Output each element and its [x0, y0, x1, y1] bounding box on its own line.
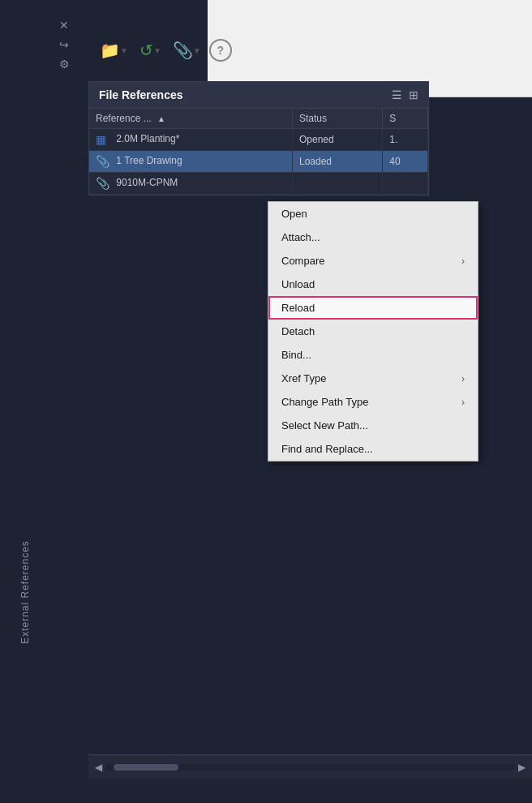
- row-3-status: [293, 173, 383, 195]
- row-3-size: [383, 173, 428, 195]
- refresh-button[interactable]: ↺ ▼: [136, 37, 165, 63]
- change-path-arrow: ›: [461, 397, 465, 408]
- ctx-find-replace[interactable]: Find and Replace...: [268, 437, 478, 461]
- panel-title: File References: [99, 88, 183, 101]
- col-header-reference[interactable]: Reference ... ▲: [89, 109, 293, 129]
- attach-icon: 📎: [173, 41, 193, 60]
- row-2-name: 📎 1 Tree Drawing: [89, 151, 293, 173]
- ctx-xref-type[interactable]: Xref Type ›: [268, 367, 478, 390]
- folder-icon: 📁: [100, 41, 120, 60]
- panel-header: File References ☰ ⊞: [89, 82, 428, 109]
- scroll-track[interactable]: [105, 764, 515, 771]
- compare-arrow: ›: [461, 256, 465, 267]
- settings-icon[interactable]: ⚙: [59, 58, 70, 71]
- row-3-name: 📎 9010M-CPNM: [89, 173, 293, 195]
- refresh-icon: ↺: [139, 41, 153, 60]
- list-view-button[interactable]: ☰: [392, 88, 402, 101]
- bottom-scroll-bar: ◀ ▶: [88, 754, 532, 779]
- toolbar: 📁 ▼ ↺ ▼ 📎 ▼ ?: [88, 32, 240, 68]
- sort-arrow: ▲: [157, 114, 165, 123]
- ctx-attach[interactable]: Attach...: [268, 225, 478, 249]
- row-1-size: 1.: [383, 129, 428, 151]
- ctx-compare[interactable]: Compare ›: [268, 249, 478, 273]
- col-header-status[interactable]: Status: [293, 109, 383, 129]
- external-references-label: External References: [0, 511, 50, 673]
- col-header-s[interactable]: S: [383, 109, 428, 129]
- table-row[interactable]: 📎 1 Tree Drawing Loaded 40: [89, 151, 428, 173]
- dwg-file-icon: ▦: [96, 133, 110, 146]
- ctx-reload[interactable]: Reload: [268, 296, 478, 320]
- xref-type-arrow: ›: [461, 373, 465, 384]
- scroll-right-arrow[interactable]: ▶: [518, 762, 526, 773]
- ref-file-icon-2: 📎: [96, 177, 110, 190]
- help-icon: ?: [217, 44, 224, 57]
- arrow-icon[interactable]: ↪: [59, 38, 70, 51]
- table-row[interactable]: 📎 9010M-CPNM: [89, 173, 428, 195]
- scroll-thumb[interactable]: [114, 764, 178, 771]
- row-1-name: ▦ 2.0M Planting*: [89, 129, 293, 151]
- help-button[interactable]: ?: [209, 39, 232, 62]
- row-1-status: Opened: [293, 129, 383, 151]
- close-icon[interactable]: ✕: [59, 19, 70, 32]
- context-menu: Open Attach... Compare › Unload Reload D…: [268, 201, 478, 462]
- scroll-left-arrow[interactable]: ◀: [95, 762, 102, 773]
- table-header-row: Reference ... ▲ Status S: [89, 109, 428, 129]
- folder-button[interactable]: 📁 ▼: [97, 37, 131, 63]
- row-2-status: Loaded: [293, 151, 383, 173]
- top-controls: ✕ ↪ ⚙: [51, 12, 78, 77]
- tree-view-button[interactable]: ⊞: [409, 88, 418, 101]
- row-2-size: 40: [383, 151, 428, 173]
- folder-arrow: ▼: [120, 46, 128, 55]
- ctx-open[interactable]: Open: [268, 202, 478, 225]
- ctx-unload[interactable]: Unload: [268, 273, 478, 296]
- file-references-panel: File References ☰ ⊞ Reference ... ▲ Stat…: [88, 81, 429, 195]
- refresh-arrow: ▼: [153, 46, 161, 55]
- ctx-select-new-path[interactable]: Select New Path...: [268, 414, 478, 437]
- panel-header-icons: ☰ ⊞: [392, 88, 418, 101]
- attach-button[interactable]: 📎 ▼: [169, 37, 204, 63]
- ctx-bind[interactable]: Bind...: [268, 343, 478, 367]
- table-row[interactable]: ▦ 2.0M Planting* Opened 1.: [89, 129, 428, 151]
- ctx-change-path-type[interactable]: Change Path Type ›: [268, 390, 478, 414]
- reference-table: Reference ... ▲ Status S ▦ 2.0M Planting…: [89, 109, 428, 195]
- attach-arrow: ▼: [193, 46, 201, 55]
- ctx-detach[interactable]: Detach: [268, 320, 478, 343]
- ref-file-icon: 📎: [96, 155, 110, 168]
